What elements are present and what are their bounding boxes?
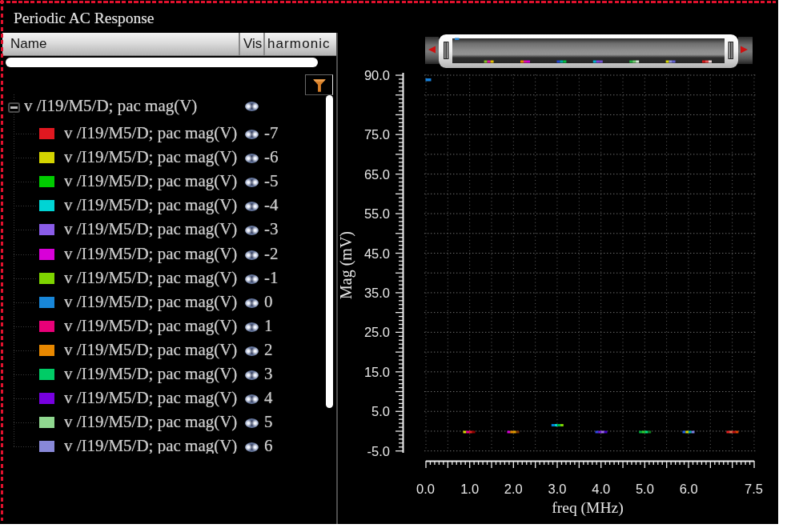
svg-text:Mag (mV): Mag (mV) bbox=[339, 231, 355, 299]
svg-text:25.0: 25.0 bbox=[364, 325, 390, 339]
svg-text:3.0: 3.0 bbox=[548, 482, 567, 496]
svg-text:35.0: 35.0 bbox=[364, 286, 390, 300]
svg-text:75.0: 75.0 bbox=[364, 127, 390, 142]
svg-text:45.0: 45.0 bbox=[364, 246, 390, 261]
svg-text:0.0: 0.0 bbox=[416, 482, 435, 496]
svg-text:freq (MHz): freq (MHz) bbox=[552, 499, 623, 517]
svg-text:6.0: 6.0 bbox=[680, 482, 698, 496]
svg-text:2.0: 2.0 bbox=[504, 482, 523, 496]
svg-text:65.0: 65.0 bbox=[364, 167, 390, 182]
svg-text:5.0: 5.0 bbox=[371, 404, 390, 418]
svg-text:-5.0: -5.0 bbox=[367, 444, 390, 458]
svg-text:7.5: 7.5 bbox=[745, 482, 763, 496]
svg-text:15.0: 15.0 bbox=[364, 365, 390, 379]
svg-text:4.0: 4.0 bbox=[592, 482, 610, 496]
svg-text:5.0: 5.0 bbox=[636, 482, 654, 496]
svg-text:90.0: 90.0 bbox=[364, 68, 390, 82]
svg-text:55.0: 55.0 bbox=[364, 206, 390, 221]
svg-text:1.0: 1.0 bbox=[460, 482, 479, 496]
